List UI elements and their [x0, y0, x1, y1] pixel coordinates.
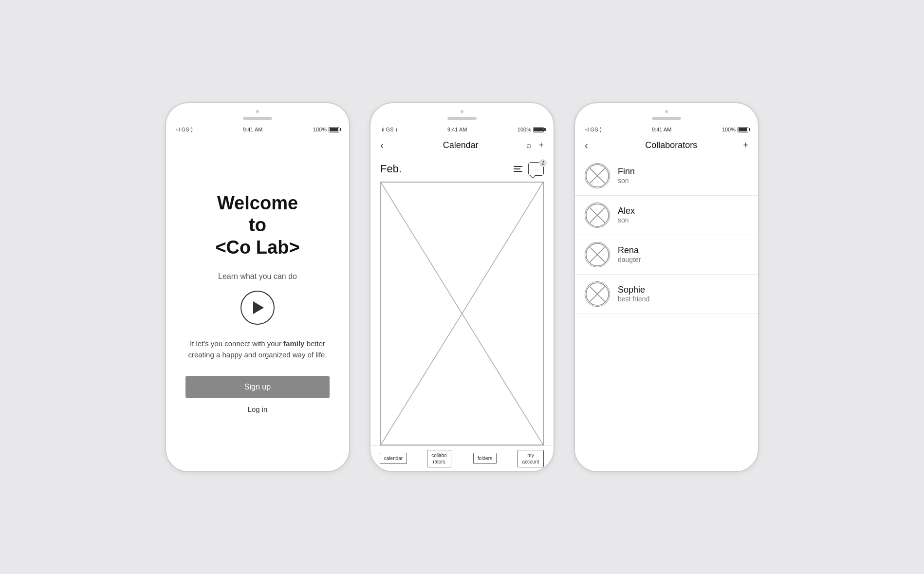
collab-info-sophie: Sophie best friend [618, 285, 649, 303]
status-signal-3: ·ıl GS ⟩ [585, 127, 602, 133]
avatar-sophie [585, 281, 610, 307]
status-signal: ·ıl GS ⟩ [176, 127, 193, 133]
phone-speaker [243, 117, 272, 120]
avatar-alex [585, 203, 610, 228]
collaborator-item-rena[interactable]: Rena daugter [575, 235, 758, 275]
play-button[interactable] [240, 291, 275, 325]
avatar-finn [585, 163, 610, 188]
description-bold: family [283, 339, 304, 348]
search-icon[interactable]: ⌕ [526, 140, 532, 150]
welcome-title: Welcometo<Co Lab> [215, 192, 299, 259]
tab-bar: calendar collaborators folders myaccount [370, 445, 554, 471]
collaborator-item-alex[interactable]: Alex son [575, 196, 758, 235]
play-button-wrapper[interactable] [240, 291, 275, 325]
tab-folders-box: folders [473, 453, 497, 464]
play-icon [253, 301, 264, 314]
tab-collaborators-box: collaborators [427, 450, 451, 467]
status-battery-3: 100% [722, 127, 748, 132]
signal-text-2: ·ıl GS ⟩ [380, 127, 397, 133]
avatar-x-sophie [585, 281, 610, 307]
status-battery-2: 100% [517, 127, 544, 132]
phone-top-decoration [166, 103, 349, 123]
battery-icon-2 [533, 127, 544, 132]
collaborators-nav-title: Collaborators [599, 140, 743, 150]
collab-name-alex: Alex [618, 206, 635, 216]
collab-role-alex: son [618, 216, 635, 224]
status-signal-2: ·ıl GS ⟩ [380, 127, 397, 133]
chat-badge-count: 2 [539, 159, 547, 167]
welcome-description: It let's you connect with your family be… [185, 338, 330, 360]
calendar-image-placeholder [380, 182, 544, 445]
back-button[interactable]: ‹ [380, 140, 395, 151]
battery-fill [330, 128, 338, 131]
collab-info-finn: Finn son [618, 167, 635, 185]
collab-info-rena: Rena daugter [618, 245, 641, 263]
status-battery: 100% [313, 127, 339, 132]
battery-icon-3 [738, 127, 748, 132]
calendar-header-icons: 2 [514, 162, 544, 176]
collab-role-sophie: best friend [618, 295, 649, 303]
phone-1: ·ıl GS ⟩ 9:41 AM 100% Welcometo<Co Lab> … [165, 102, 350, 472]
status-bar-3: ·ıl GS ⟩ 9:41 AM 100% [575, 123, 758, 135]
status-bar-1: ·ıl GS ⟩ 9:41 AM 100% [166, 123, 349, 135]
avatar-rena [585, 242, 610, 267]
phone-speaker-2 [447, 117, 477, 120]
avatar-x-finn [585, 163, 610, 188]
battery-icon [329, 127, 339, 132]
battery-text: 100% [313, 127, 327, 132]
battery-fill-2 [534, 128, 543, 131]
collab-name-rena: Rena [618, 245, 641, 256]
phones-container: ·ıl GS ⟩ 9:41 AM 100% Welcometo<Co Lab> … [165, 102, 759, 472]
collab-name-sophie: Sophie [618, 285, 649, 295]
collab-role-finn: son [618, 177, 635, 185]
collaborator-item-finn[interactable]: Finn son [575, 156, 758, 196]
add-collaborator-icon[interactable]: + [743, 140, 748, 150]
battery-text-2: 100% [517, 127, 531, 132]
tab-calendar-box: calendar [380, 453, 407, 464]
list-line-3 [514, 171, 522, 172]
signup-button[interactable]: Sign up [185, 376, 330, 398]
collaborator-item-sophie[interactable]: Sophie best friend [575, 275, 758, 314]
calendar-nav-bar: ‹ Calendar ⌕ + [370, 135, 554, 156]
list-line-2 [514, 168, 520, 169]
signal-text-3: ·ıl GS ⟩ [585, 127, 602, 133]
phone-top-decoration-2 [370, 103, 554, 123]
status-time-3: 9:41 AM [652, 127, 671, 132]
phone-dot-3 [665, 110, 668, 113]
collab-role-rena: daugter [618, 256, 641, 263]
phone-1-content: Welcometo<Co Lab> Learn what you can do … [166, 135, 349, 471]
battery-fill-3 [739, 128, 747, 131]
avatar-x-alex [585, 203, 610, 228]
collaborators-nav-bar: ‹ Collaborators + [575, 135, 758, 156]
signal-text: ·ıl GS ⟩ [176, 127, 193, 133]
add-icon[interactable]: + [538, 140, 544, 150]
calendar-header: Feb. 2 [370, 156, 554, 182]
tab-folders[interactable]: folders [462, 450, 508, 467]
tab-collaborators[interactable]: collaborators [416, 450, 462, 467]
list-view-icon[interactable] [514, 166, 522, 172]
phone-3-content: ‹ Collaborators + [575, 135, 758, 471]
back-button-3[interactable]: ‹ [585, 140, 599, 151]
status-bar-2: ·ıl GS ⟩ 9:41 AM 100% [370, 123, 554, 135]
phone-2: ·ıl GS ⟩ 9:41 AM 100% ‹ Calendar ⌕ + [370, 102, 554, 472]
tab-account-box: myaccount [517, 450, 543, 467]
status-time-2: 9:41 AM [447, 127, 467, 132]
tab-calendar[interactable]: calendar [370, 450, 416, 467]
battery-text-3: 100% [722, 127, 736, 132]
list-line-1 [514, 166, 522, 167]
phone-dot [256, 110, 259, 113]
chat-badge[interactable]: 2 [528, 162, 544, 176]
collaborators-nav-actions: + [743, 140, 748, 150]
calendar-nav-actions: ⌕ + [526, 140, 544, 150]
placeholder-svg [381, 182, 543, 445]
tab-account[interactable]: myaccount [508, 450, 554, 467]
phone-3: ·ıl GS ⟩ 9:41 AM 100% ‹ Collaborators + [574, 102, 759, 472]
calendar-month: Feb. [380, 163, 402, 175]
welcome-screen: Welcometo<Co Lab> Learn what you can do … [166, 135, 349, 471]
welcome-subtitle: Learn what you can do [218, 272, 297, 281]
phone-speaker-3 [652, 117, 681, 120]
collab-info-alex: Alex son [618, 206, 635, 224]
login-link[interactable]: Log in [248, 405, 268, 413]
collaborators-list: Finn son Alex son [575, 156, 758, 471]
status-time: 9:41 AM [243, 127, 262, 132]
